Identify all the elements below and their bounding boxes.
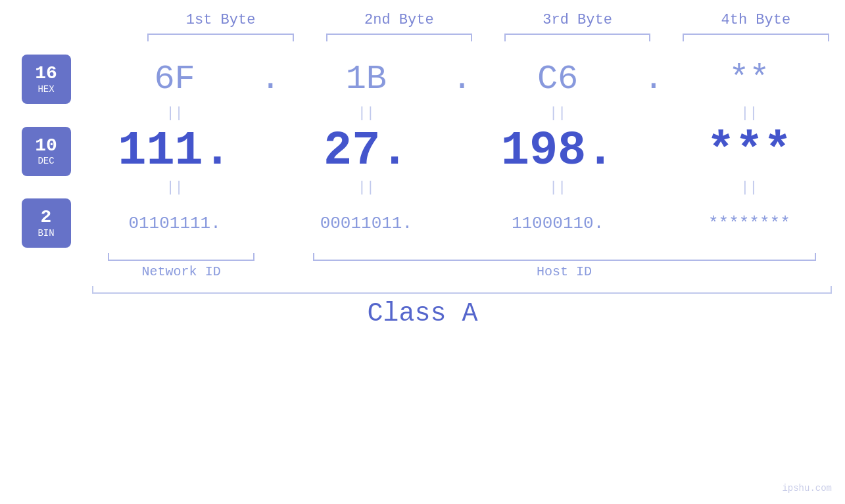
eq2-1: || [166,179,183,196]
bin-val-3: 11000110. [512,214,604,233]
top-bracket-2 [326,34,472,41]
top-bracket-3 [504,34,650,41]
eq1-2: || [358,105,375,122]
hex-sep-3: . [643,60,664,99]
dec-badge: 10 DEC [22,127,71,176]
eq2-4: || [740,179,758,196]
host-id-label: Host ID [537,264,592,279]
bin-val-2: 00011011. [320,214,412,233]
hex-name: HEX [37,84,54,95]
dec-badge-slot: 10 DEC [0,127,92,176]
hex-val-1: 6F [154,60,195,99]
bin-val-4: ******** [708,214,790,233]
hex-val-4: ** [729,60,769,99]
hex-number: 16 [35,64,57,84]
page-container: 1st Byte 2nd Byte 3rd Byte 4th Byte 16 H… [0,0,845,504]
hex-sep-1: . [260,60,281,99]
bottom-bracket-network [108,253,254,261]
dec-name: DEC [37,156,54,166]
hex-val-3: C6 [537,60,578,99]
dec-val-2: 27. [324,124,409,178]
dec-number: 10 [35,136,57,156]
eq2-2: || [358,179,375,196]
byte2-label: 2nd Byte [310,12,488,28]
bin-badge-slot: 2 BIN [0,198,92,248]
bin-badge: 2 BIN [22,198,71,248]
byte1-label: 1st Byte [132,12,310,28]
eq1-1: || [166,105,183,122]
eq2-3: || [549,179,566,196]
hex-sep-2: . [452,60,472,99]
bin-name: BIN [37,228,54,239]
eq1-4: || [740,105,758,122]
dec-val-3: 198. [501,124,615,178]
class-label: Class A [367,299,477,329]
outer-bracket [92,286,832,294]
watermark: ipshu.com [782,482,832,494]
top-bracket-4 [683,34,829,41]
byte3-label: 3rd Byte [489,12,667,28]
bottom-bracket-host [313,253,816,261]
hex-val-2: 1B [346,60,387,99]
bin-val-1: 01101111. [128,214,220,233]
watermark-text: ipshu.com [782,483,832,493]
bin-number: 2 [41,208,52,228]
dec-val-1: 111. [118,124,231,178]
eq1-3: || [549,105,566,122]
top-bracket-1 [147,34,293,41]
byte4-label: 4th Byte [667,12,845,28]
hex-badge-slot: 16 HEX [0,55,92,104]
hex-badge: 16 HEX [22,55,71,104]
network-id-label: Network ID [142,264,221,279]
dec-val-4: *** [707,124,792,178]
